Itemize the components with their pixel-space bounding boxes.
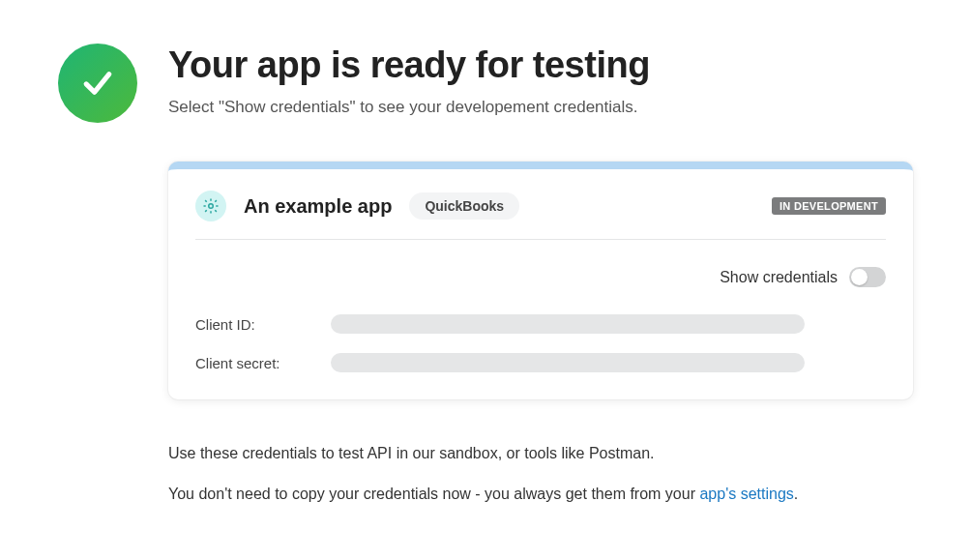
client-id-label: Client ID: bbox=[195, 316, 311, 333]
client-secret-label: Client secret: bbox=[195, 355, 311, 371]
page-subtitle: Select "Show credentials" to see your de… bbox=[168, 98, 913, 117]
page-title: Your app is ready for testing bbox=[168, 44, 913, 88]
client-secret-row: Client secret: bbox=[168, 343, 913, 399]
client-id-row: Client ID: bbox=[168, 305, 913, 343]
footer-line-2: You don't need to copy your credentials … bbox=[168, 483, 913, 506]
client-id-value-hidden bbox=[331, 314, 805, 334]
show-credentials-label: Show credentials bbox=[720, 269, 838, 286]
svg-point-0 bbox=[209, 204, 214, 209]
credentials-card: An example app QuickBooks IN DEVELOPMENT… bbox=[168, 162, 913, 399]
app-settings-link[interactable]: app's settings bbox=[699, 486, 793, 502]
status-badge: IN DEVELOPMENT bbox=[772, 197, 886, 215]
app-platform-tag: QuickBooks bbox=[409, 192, 519, 220]
footer-line-1: Use these credentials to test API in our… bbox=[168, 442, 913, 465]
show-credentials-toggle[interactable] bbox=[849, 267, 886, 287]
app-name: An example app bbox=[244, 195, 392, 218]
success-check-icon bbox=[58, 44, 137, 123]
client-secret-value-hidden bbox=[331, 353, 805, 372]
app-icon bbox=[195, 191, 226, 221]
